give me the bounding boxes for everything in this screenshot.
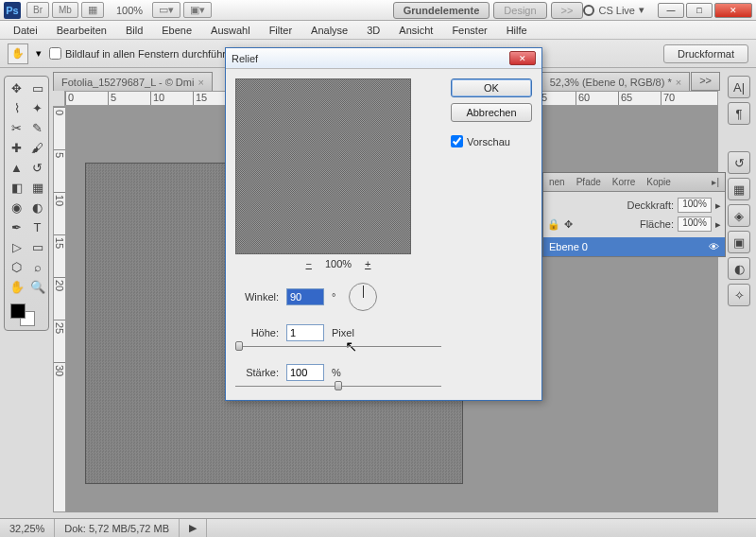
workspace-primary[interactable]: Grundelemente bbox=[393, 2, 490, 19]
tool-history[interactable]: ↺ bbox=[27, 158, 47, 177]
dock-styles-icon[interactable]: ✧ bbox=[728, 284, 750, 306]
panel-tab-1[interactable]: nen bbox=[543, 174, 571, 190]
dock-channels-icon[interactable]: ▣ bbox=[728, 231, 750, 253]
tool-wand[interactable]: ✦ bbox=[27, 98, 47, 117]
tool-3d[interactable]: ⬡ bbox=[7, 257, 26, 276]
tool-eyedropper[interactable]: ✎ bbox=[27, 118, 47, 137]
tool-lasso[interactable]: ⌇ bbox=[7, 98, 26, 117]
menu-bearbeiten[interactable]: Bearbeiten bbox=[49, 23, 114, 38]
cancel-button[interactable]: Abbrechen bbox=[451, 103, 532, 122]
layer-row[interactable]: Ebene 0 👁 bbox=[543, 237, 725, 256]
dock-adjust-icon[interactable]: ◐ bbox=[728, 257, 750, 280]
current-tool-icon[interactable]: ✋ bbox=[8, 43, 28, 64]
zoom-in-button[interactable]: + bbox=[365, 258, 370, 269]
tool-dodge[interactable]: ◐ bbox=[27, 198, 47, 217]
panel-tab-3[interactable]: Korre bbox=[607, 174, 641, 190]
tool-blur[interactable]: ◉ bbox=[7, 198, 26, 217]
doc-tab-2[interactable]: 52,3% (Ebene 0, RGB/8) *× bbox=[541, 72, 690, 91]
menu-hilfe[interactable]: Hilfe bbox=[499, 23, 535, 38]
tool-marquee[interactable]: ▭ bbox=[27, 78, 47, 97]
tool-brush[interactable]: 🖌 bbox=[27, 138, 47, 157]
close-icon[interactable]: × bbox=[198, 77, 203, 88]
menu-filter[interactable]: Filter bbox=[262, 23, 300, 38]
menu-fenster[interactable]: Fenster bbox=[444, 23, 494, 38]
menu-analyse[interactable]: Analyse bbox=[303, 23, 355, 38]
dialog-titlebar[interactable]: Relief ✕ bbox=[226, 48, 541, 69]
tool-hand[interactable]: ✋ bbox=[7, 277, 26, 296]
dock-layers-icon[interactable]: ◈ bbox=[728, 204, 750, 227]
title-zoom[interactable]: 100% bbox=[116, 5, 143, 16]
fill-input[interactable]: 100% bbox=[678, 217, 712, 232]
layer-vis-icon[interactable]: 👁 bbox=[709, 241, 719, 252]
docs-icon[interactable]: ▦ bbox=[81, 2, 104, 18]
angle-dial[interactable] bbox=[349, 283, 377, 311]
tool-heal[interactable]: ✚ bbox=[7, 138, 26, 157]
filter-preview[interactable] bbox=[235, 78, 411, 254]
menu-bild[interactable]: Bild bbox=[118, 23, 150, 38]
menu-datei[interactable]: Datei bbox=[6, 23, 45, 38]
minibridge-button[interactable]: Mb bbox=[52, 2, 78, 18]
dialog-close-button[interactable]: ✕ bbox=[509, 51, 536, 65]
chevron-icon[interactable]: ▸ bbox=[715, 199, 721, 212]
tool-eraser[interactable]: ◧ bbox=[7, 178, 26, 197]
status-doc[interactable]: Dok: 5,72 MB/5,72 MB bbox=[55, 519, 180, 537]
menu-ansicht[interactable]: Ansicht bbox=[391, 23, 440, 38]
status-zoom[interactable]: 32,25% bbox=[0, 519, 55, 537]
tool-shape[interactable]: ▭ bbox=[27, 237, 47, 256]
ok-button[interactable]: OK bbox=[451, 78, 532, 97]
preview-checkbox[interactable]: Vorschau bbox=[451, 135, 532, 147]
menu-ebene[interactable]: Ebene bbox=[154, 23, 199, 38]
lock-icon[interactable]: 🔒 bbox=[547, 218, 560, 231]
tool-type[interactable]: T bbox=[27, 217, 47, 236]
dock-character-icon[interactable]: A| bbox=[728, 76, 750, 98]
cslive-icon bbox=[583, 5, 594, 16]
screen-mode-icon[interactable]: ▣▾ bbox=[183, 2, 212, 18]
tool-path[interactable]: ▷ bbox=[7, 237, 26, 256]
bridge-button[interactable]: Br bbox=[26, 2, 49, 18]
tool-move[interactable]: ✥ bbox=[7, 78, 26, 97]
cslive-button[interactable]: CS Live▾ bbox=[583, 4, 644, 16]
panel-tab-4[interactable]: Kopie bbox=[641, 174, 677, 190]
tool-preset-icon[interactable]: ▾ bbox=[36, 47, 42, 60]
dock-paragraph-icon[interactable]: ¶ bbox=[728, 102, 750, 125]
chevron-icon[interactable]: ▸ bbox=[715, 218, 721, 231]
window-minimize-button[interactable]: — bbox=[658, 3, 684, 18]
menu-3d[interactable]: 3D bbox=[359, 23, 387, 38]
close-icon[interactable]: × bbox=[676, 77, 681, 88]
panel-tab-2[interactable]: Pfade bbox=[571, 174, 607, 190]
relief-dialog: Relief ✕ − 100% + Winkel: ° ↖ H bbox=[225, 47, 542, 401]
fill-label: Fläche: bbox=[640, 218, 674, 230]
doc-tab-1[interactable]: Fotolia_15279687_L - © Dmi× bbox=[53, 72, 213, 91]
arrange-icon[interactable]: ▭▾ bbox=[152, 2, 180, 18]
layers-panel: nen Pfade Korre Kopie ▸| Deckkraft:100%▸… bbox=[542, 172, 726, 257]
tool-3dcam[interactable]: ⌕ bbox=[27, 257, 47, 276]
move-icon[interactable]: ✥ bbox=[564, 218, 573, 231]
scroll-all-checkbox[interactable]: Bildlauf in allen Fenstern durchführen bbox=[49, 47, 237, 60]
opacity-input[interactable]: 100% bbox=[678, 198, 712, 213]
tool-crop[interactable]: ✂ bbox=[7, 118, 26, 137]
strength-slider[interactable] bbox=[235, 383, 441, 390]
doc-tabs-overflow[interactable]: >> bbox=[691, 72, 720, 91]
dock-history-icon[interactable]: ↺ bbox=[728, 151, 750, 174]
angle-input[interactable] bbox=[286, 288, 324, 305]
angle-unit: ° bbox=[332, 291, 335, 303]
fg-color-swatch[interactable] bbox=[10, 303, 26, 319]
height-slider[interactable] bbox=[235, 343, 441, 351]
tool-pen[interactable]: ✒ bbox=[7, 217, 26, 236]
tool-stamp[interactable]: ▲ bbox=[7, 158, 26, 177]
status-play-icon[interactable]: ▶ bbox=[180, 519, 207, 537]
workspace-more-icon[interactable]: >> bbox=[551, 2, 584, 19]
dock-swatches-icon[interactable]: ▦ bbox=[728, 178, 750, 200]
strength-input[interactable] bbox=[286, 364, 324, 381]
tool-gradient[interactable]: ▦ bbox=[27, 178, 47, 197]
panel-overflow-icon[interactable]: ▸| bbox=[706, 174, 725, 190]
tool-zoom[interactable]: 🔍 bbox=[27, 277, 47, 296]
zoom-out-button[interactable]: − bbox=[305, 258, 311, 269]
window-maximize-button[interactable]: □ bbox=[686, 3, 713, 18]
color-swatches[interactable] bbox=[7, 302, 46, 328]
print-format-button[interactable]: Druckformat bbox=[663, 44, 748, 63]
window-close-button[interactable]: ✕ bbox=[714, 3, 752, 18]
workspace-secondary[interactable]: Design bbox=[493, 2, 546, 19]
menu-auswahl[interactable]: Auswahl bbox=[203, 23, 258, 38]
height-input[interactable] bbox=[286, 324, 324, 341]
